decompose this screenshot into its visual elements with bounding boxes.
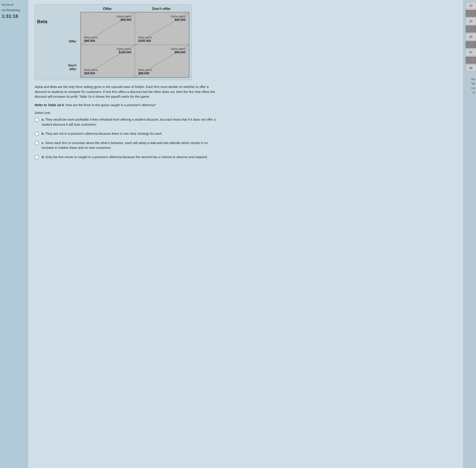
row1-main: Offer (69, 39, 76, 43)
row2-sub: offer (69, 67, 76, 71)
beta-label: Beta (37, 19, 47, 25)
answer-options: a. They would be more profitable if they… (35, 117, 457, 159)
cell-01-beta-value: $100.000 (138, 39, 152, 43)
option-c: c. Since each firm is uncertain about th… (35, 141, 219, 150)
option-a-letter: a. (42, 117, 44, 121)
question-body-text: Alpha and Beta are the only firms sellin… (35, 85, 215, 98)
option-d-text: d. Only the first mover is caught in a p… (42, 155, 208, 160)
left-panel: nts out of me Remaining: 1:31:16 (0, 0, 28, 468)
refer-prefix: Refer to Table 14-4. (35, 103, 64, 107)
cell-dontalpha-offer: Alpha earns $100,000 Beta earns $20,000 (81, 45, 135, 77)
cell-00-top: Alpha earns $60,000 (116, 15, 131, 21)
sidebar-btn-10[interactable]: 10 (466, 2, 476, 9)
option-a: a. They would be more profitable if they… (35, 117, 219, 127)
option-c-text: c. Since each firm is uncertain about th… (42, 141, 219, 150)
sidebar-dark-4 (466, 57, 476, 64)
sidebar-label-tim: Tim (470, 82, 476, 85)
main-content: Offer Don't offer Beta Offer Don't offer (28, 0, 463, 468)
col-headers: Offer Don't offer (80, 7, 189, 11)
points-label: nts out of (0, 2, 28, 7)
option-c-body: Since each firm is uncertain about the o… (42, 141, 208, 150)
cell-11-alpha-label: Alpha earns (171, 47, 186, 50)
sidebar-dark-3 (466, 41, 476, 48)
row2-main: Don't (68, 63, 76, 67)
radio-d[interactable] (35, 155, 39, 159)
cell-01-bottom: Beta earns $100.000 (138, 36, 152, 43)
cell-00-beta-value: $60,000 (84, 39, 98, 43)
option-d: d. Only the first mover is caught in a p… (35, 155, 219, 160)
question-refer: Refer to Table 14-4. How are the firms i… (35, 103, 219, 108)
option-b-body: They are not in a prisoner's dilemma bec… (45, 132, 163, 135)
select-label: Select one: (35, 111, 457, 115)
cell-10-beta-value: $20,000 (84, 72, 98, 75)
right-sidebar: 10 19 28 37 46 Fini Tim Los Lo (463, 0, 476, 468)
sidebar-dark-1 (466, 10, 476, 17)
payoff-matrix: Offer Don't offer Beta Offer Don't offer (35, 4, 192, 80)
option-a-body: They would be more profitable if they re… (42, 117, 216, 126)
question-body: Alpha and Beta are the only firms sellin… (35, 85, 219, 99)
sidebar-label-los: Los (470, 86, 476, 90)
sidebar-btn-46[interactable]: 46 (466, 65, 476, 72)
sidebar-label-fini: Fini (470, 77, 476, 81)
sidebar-btn-28[interactable]: 28 (466, 33, 476, 40)
cell-11-beta-value: $80,000 (138, 72, 152, 75)
row2-label: Don't offer (37, 63, 78, 71)
radio-b[interactable] (35, 132, 39, 136)
option-b-text: b. They are not in a prisoner's dilemma … (42, 131, 163, 136)
cell-00-alpha-label: Alpha earns (116, 15, 131, 18)
radio-a[interactable] (35, 117, 39, 122)
cell-00-bottom: Beta earns $60,000 (84, 36, 98, 43)
col-header-offer: Offer (80, 7, 134, 11)
row1-label: Offer (37, 39, 78, 43)
radio-c[interactable] (35, 141, 39, 145)
cell-01-top: Alpha earns $20,000 (171, 15, 186, 21)
option-c-letter: c. (42, 141, 44, 145)
timer-display: 1:31:16 (0, 13, 28, 19)
sidebar-label-lo: Lo (472, 90, 476, 94)
col-header-dont-offer: Don't offer (134, 7, 188, 11)
cell-11-bottom: Beta earns $80,000 (138, 68, 152, 75)
cell-offer-offer: Alpha earns $60,000 Beta earns $60,000 (81, 12, 135, 45)
option-d-body: Only the first mover is caught in a pris… (45, 155, 208, 159)
cell-offer-dontbeta: Alpha earns $20,000 Beta earns $100.000 (135, 12, 189, 45)
cell-11-beta-label: Beta earns (138, 68, 152, 72)
option-b-letter: b. (42, 132, 44, 135)
cell-00-beta-label: Beta earns (84, 36, 98, 39)
cell-11-alpha-value: $80,000 (171, 50, 186, 54)
cell-10-top: Alpha earns $100,000 (116, 47, 131, 54)
matrix-cells: Alpha earns $60,000 Beta earns $60,000 A… (80, 12, 189, 78)
refer-question: How are the firms in this game caught in… (64, 103, 156, 107)
cell-01-alpha-label: Alpha earns (171, 15, 186, 18)
cell-dont-dont: Alpha earns $80,000 Beta earns $80,000 (135, 45, 189, 77)
cell-01-alpha-value: $20,000 (171, 18, 186, 21)
cell-10-alpha-label: Alpha earns (116, 47, 131, 50)
option-b: b. They are not in a prisoner's dilemma … (35, 131, 219, 136)
cell-01-beta-label: Beta earns (138, 36, 152, 39)
cell-10-alpha-value: $100,000 (116, 50, 131, 54)
cell-00-alpha-value: $60,000 (116, 18, 131, 21)
time-remaining-label: me Remaining: (0, 8, 28, 12)
sidebar-btn-37[interactable]: 37 (466, 49, 476, 56)
option-a-text: a. They would be more profitable if they… (42, 117, 219, 127)
matrix-body: Beta Offer Don't offer Alpha earns $60,0… (37, 12, 189, 78)
sidebar-dark-2 (466, 26, 476, 32)
cell-10-beta-label: Beta earns (84, 68, 98, 72)
cell-11-top: Alpha earns $80,000 (171, 47, 186, 54)
option-d-letter: d. (42, 155, 44, 159)
cell-10-bottom: Beta earns $20,000 (84, 68, 98, 75)
sidebar-btn-19[interactable]: 19 (466, 18, 476, 25)
row-labels: Beta Offer Don't offer (37, 12, 78, 78)
